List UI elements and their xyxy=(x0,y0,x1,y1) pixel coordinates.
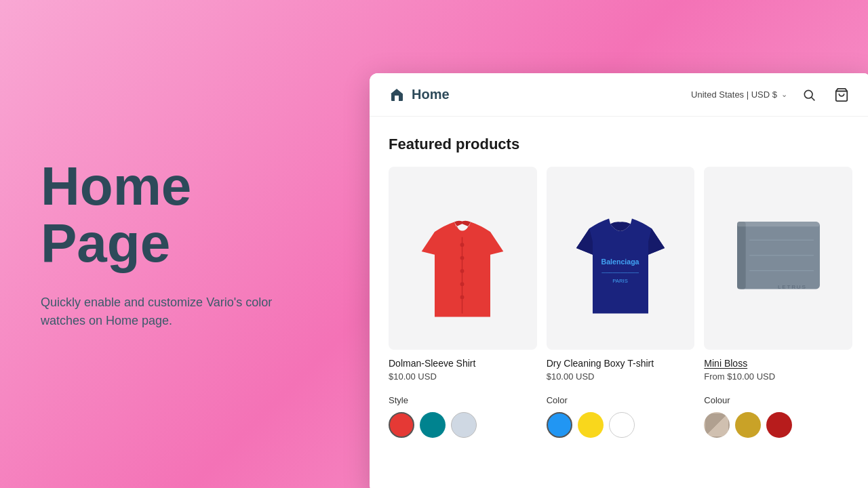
svg-point-8 xyxy=(460,283,465,287)
svg-point-7 xyxy=(460,269,465,273)
svg-rect-19 xyxy=(737,222,820,226)
swatches-colour xyxy=(704,412,852,438)
product-name-tshirt: Dry Cleaning Boxy T-shirt xyxy=(547,358,695,369)
swatch-gold[interactable] xyxy=(735,412,761,438)
product-card-wallet[interactable]: LEТRUS Mini Bloss From $10.00 USD xyxy=(704,167,852,382)
svg-point-1 xyxy=(804,90,812,98)
swatch-blue[interactable] xyxy=(547,412,572,438)
cart-button[interactable] xyxy=(831,84,852,106)
currency-label: United States | USD $ xyxy=(691,89,777,100)
hero-subtitle: Quickly enable and customize Vario's col… xyxy=(41,293,298,330)
nav-logo: Home xyxy=(389,87,450,103)
product-image-tshirt: Balenciaga ────────── PARIS xyxy=(547,167,695,350)
svg-text:LEТRUS: LEТRUS xyxy=(778,284,807,290)
product-card-tshirt[interactable]: Balenciaga ────────── PARIS Dry Cleaning… xyxy=(547,167,695,382)
svg-line-2 xyxy=(812,97,815,100)
search-icon xyxy=(802,88,816,102)
swatch-light-blue[interactable] xyxy=(451,412,477,438)
swatch-label-colour: Colour xyxy=(704,395,852,405)
swatch-group-color: Color xyxy=(547,395,695,438)
swatch-teal[interactable] xyxy=(420,412,446,438)
svg-point-5 xyxy=(460,243,465,247)
product-image-shirt xyxy=(389,167,537,350)
swatches-style xyxy=(389,412,537,438)
product-price-tshirt: $10.00 USD xyxy=(547,371,695,382)
svg-rect-14 xyxy=(737,222,746,289)
product-name-shirt: Dolman-Sleeve Shirt xyxy=(389,358,537,369)
product-price-shirt: $10.00 USD xyxy=(389,371,537,382)
browser-window: Home United States | USD $ ⌄ xyxy=(370,73,868,488)
svg-text:Balenciaga: Balenciaga xyxy=(601,258,639,266)
swatch-group-style: Style xyxy=(389,395,537,438)
swatches-color xyxy=(547,412,695,438)
products-grid: Dolman-Sleeve Shirt $10.00 USD xyxy=(389,167,852,382)
product-image-wallet: LEТRUS xyxy=(704,167,852,350)
currency-selector[interactable]: United States | USD $ ⌄ xyxy=(691,89,787,100)
swatch-dark-red[interactable] xyxy=(766,412,792,438)
product-name-wallet: Mini Bloss xyxy=(704,358,852,369)
svg-point-9 xyxy=(460,296,465,300)
section-title: Featured products xyxy=(389,136,852,153)
swatches-section: Style Color Colour xyxy=(389,395,852,438)
hero-title: Home Page xyxy=(41,158,326,272)
wallet-svg: LEТRUS xyxy=(731,209,826,308)
hero-title-line2: Page xyxy=(41,213,170,273)
cart-icon xyxy=(834,87,849,102)
hero-title-line1: Home xyxy=(41,156,191,216)
brand-name: Home xyxy=(412,87,450,102)
shirt-svg xyxy=(415,192,510,323)
chevron-down-icon: ⌄ xyxy=(781,90,787,99)
swatch-label-color: Color xyxy=(547,395,695,405)
home-icon xyxy=(389,87,405,103)
svg-rect-0 xyxy=(395,96,399,101)
navbar: Home United States | USD $ ⌄ xyxy=(370,73,868,117)
swatch-grey-beige[interactable] xyxy=(704,412,730,438)
swatch-group-colour: Colour xyxy=(704,395,852,438)
svg-text:──────────: ────────── xyxy=(601,270,639,276)
main-content: Featured products xyxy=(370,117,868,488)
svg-point-6 xyxy=(460,256,465,260)
tshirt-svg: Balenciaga ────────── PARIS xyxy=(573,192,668,323)
swatch-red[interactable] xyxy=(389,412,414,438)
swatch-yellow[interactable] xyxy=(578,412,604,438)
search-button[interactable] xyxy=(798,84,820,106)
swatch-white[interactable] xyxy=(609,412,635,438)
product-card-shirt[interactable]: Dolman-Sleeve Shirt $10.00 USD xyxy=(389,167,537,382)
product-price-wallet: From $10.00 USD xyxy=(704,371,852,382)
svg-text:PARIS: PARIS xyxy=(612,279,628,285)
nav-right: United States | USD $ ⌄ xyxy=(691,84,852,106)
swatch-label-style: Style xyxy=(389,395,537,405)
left-panel: Home Page Quickly enable and customize V… xyxy=(0,0,366,488)
